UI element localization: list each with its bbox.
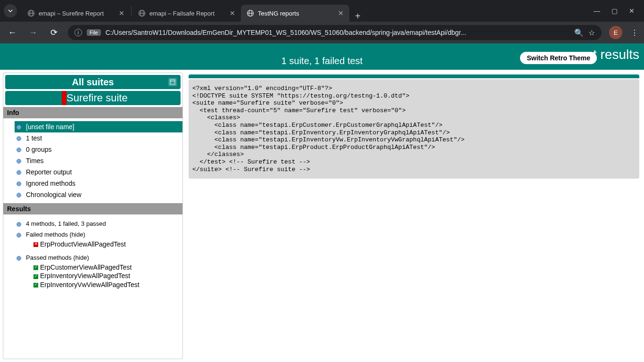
suite-name: Surefire suite: [66, 92, 128, 104]
tab-testng-reports[interactable]: TestNG reports ✕: [241, 5, 349, 22]
close-icon[interactable]: ✕: [119, 9, 124, 17]
info-item-unset-file[interactable]: [unset file name]: [15, 121, 182, 132]
suite-header[interactable]: Surefire suite: [5, 91, 181, 105]
failed-method-item[interactable]: ErpProductViewAllPagedTest: [15, 240, 182, 248]
info-item-times[interactable]: Times: [15, 155, 182, 166]
suite-fail-indicator: [62, 91, 66, 105]
url-text: C:/Users/SantroW11/Downloads/EmGenDir_MY…: [106, 29, 570, 36]
right-panel: <?xml version="1.0" encoding="UTF-8"?> <…: [187, 73, 641, 359]
minimize-button[interactable]: —: [594, 7, 600, 15]
failed-methods-label: Failed methods: [26, 231, 68, 238]
results-summary[interactable]: 4 methods, 1 failed, 3 passed: [15, 218, 182, 229]
pass-icon: [33, 265, 38, 270]
site-info-icon[interactable]: i: [74, 29, 82, 36]
globe-icon: [27, 9, 35, 17]
tab-surefire-report[interactable]: emapi – Surefire Report ✕: [22, 5, 130, 22]
tab-search-button[interactable]: [4, 4, 17, 17]
report-banner: Switch Retro Theme st results 1 suite, 1…: [0, 43, 644, 70]
hide-link[interactable]: (hide): [70, 231, 85, 238]
all-suites-header[interactable]: All suites: [5, 75, 181, 89]
results-block: 4 methods, 1 failed, 3 passed Failed met…: [3, 214, 182, 293]
passed-method-item[interactable]: ErpInventoryViewAllPagedTest: [15, 272, 182, 280]
globe-icon: [247, 9, 254, 17]
close-icon[interactable]: ✕: [230, 9, 235, 17]
info-list: [unset file name] 1 test 0 groups Times …: [3, 118, 182, 203]
reload-button[interactable]: ⟳: [47, 27, 60, 38]
address-bar[interactable]: i File C:/Users/SantroW11/Downloads/EmGe…: [68, 25, 602, 40]
zoom-icon[interactable]: 🔍: [574, 28, 584, 37]
info-item-reporter-output[interactable]: Reporter output: [15, 166, 182, 178]
info-item-groups[interactable]: 0 groups: [15, 144, 182, 155]
tab-title: emapi – Failsafe Report: [149, 10, 226, 17]
pass-icon: [33, 283, 38, 288]
passed-method-item[interactable]: ErpInventoryVwViewAllPagedTest: [15, 280, 182, 289]
file-chip: File: [87, 29, 101, 36]
fail-icon: [33, 242, 38, 247]
browser-tab-strip: emapi – Surefire Report ✕ emapi – Failsa…: [0, 0, 644, 22]
toolbar: ← → ⟳ i File C:/Users/SantroW11/Download…: [0, 22, 644, 43]
globe-icon: [138, 9, 146, 17]
tabs-container: emapi – Surefire Report ✕ emapi – Failsa…: [22, 0, 588, 22]
window-controls: — ▢ ✕: [588, 7, 640, 15]
info-item-chronological[interactable]: Chronological view: [15, 189, 182, 200]
info-section-header: Info: [3, 107, 182, 118]
results-section-header: Results: [3, 203, 182, 214]
hide-link[interactable]: (hide): [73, 254, 89, 261]
switch-retro-theme-button[interactable]: Switch Retro Theme: [520, 52, 597, 64]
bookmark-icon[interactable]: ☆: [588, 28, 595, 37]
xml-source-view[interactable]: <?xml version="1.0" encoding="UTF-8"?> <…: [189, 79, 639, 179]
passed-method-item[interactable]: ErpCustomerViewAllPagedTest: [15, 263, 182, 272]
close-icon[interactable]: ✕: [338, 9, 344, 17]
forward-button[interactable]: →: [26, 28, 40, 38]
failed-methods-row[interactable]: Failed methods (hide): [15, 229, 182, 240]
right-panel-accent: [189, 74, 639, 78]
back-button[interactable]: ←: [6, 28, 19, 38]
tab-title: TestNG reports: [258, 10, 334, 17]
pass-icon: [33, 274, 38, 279]
menu-button[interactable]: ⋮: [631, 28, 638, 37]
toolbar-right: E ⋮: [609, 26, 638, 39]
passed-methods-row[interactable]: Passed methods (hide): [15, 252, 182, 263]
expand-icon[interactable]: [168, 78, 177, 86]
maximize-button[interactable]: ▢: [611, 7, 618, 15]
info-item-tests[interactable]: 1 test: [15, 132, 182, 144]
profile-avatar[interactable]: E: [609, 26, 622, 39]
svg-rect-9: [170, 80, 175, 84]
tab-separator: [131, 6, 132, 16]
left-panel: All suites Surefire suite Info [unset fi…: [3, 73, 183, 359]
info-item-ignored-methods[interactable]: Ignored methods: [15, 178, 182, 189]
page-content: Switch Retro Theme st results 1 suite, 1…: [0, 43, 644, 362]
tab-title: emapi – Surefire Report: [39, 10, 115, 17]
new-tab-button[interactable]: +: [349, 11, 366, 22]
passed-methods-label: Passed methods: [26, 254, 72, 261]
close-window-button[interactable]: ✕: [629, 7, 635, 15]
tab-failsafe-report[interactable]: emapi – Failsafe Report ✕: [132, 5, 241, 22]
